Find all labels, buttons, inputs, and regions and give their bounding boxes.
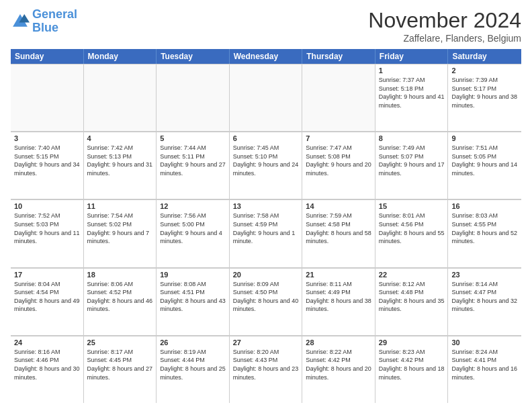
logo-icon: [11, 12, 30, 31]
day-info: Sunrise: 7:52 AM Sunset: 5:03 PM Dayligh…: [14, 212, 80, 245]
calendar-day: 20Sunrise: 8:09 AM Sunset: 4:50 PM Dayli…: [230, 268, 303, 335]
day-info: Sunrise: 8:06 AM Sunset: 4:52 PM Dayligh…: [87, 280, 153, 314]
weekday-header: Thursday: [302, 49, 375, 64]
day-number: 8: [379, 134, 445, 142]
calendar-empty: [84, 64, 157, 131]
day-number: 24: [14, 338, 80, 347]
title-block: November 2024 Zaffelare, Flanders, Belgi…: [368, 8, 521, 44]
calendar-empty: [11, 64, 84, 131]
page: General Blue November 2024 Zaffelare, Fl…: [0, 0, 532, 411]
day-number: 20: [233, 271, 299, 279]
calendar-day: 7Sunrise: 7:47 AM Sunset: 5:08 PM Daylig…: [302, 132, 375, 199]
day-info: Sunrise: 8:14 AM Sunset: 4:47 PM Dayligh…: [451, 280, 518, 314]
calendar-day: 2Sunrise: 7:39 AM Sunset: 5:17 PM Daylig…: [448, 64, 521, 131]
day-number: 18: [87, 271, 153, 279]
day-number: 2: [451, 66, 518, 75]
day-number: 1: [379, 66, 445, 75]
day-info: Sunrise: 7:42 AM Sunset: 5:13 PM Dayligh…: [87, 144, 153, 177]
day-number: 30: [451, 338, 518, 347]
day-info: Sunrise: 7:37 AM Sunset: 5:18 PM Dayligh…: [379, 76, 445, 109]
day-number: 14: [306, 202, 371, 210]
day-info: Sunrise: 7:58 AM Sunset: 4:59 PM Dayligh…: [233, 212, 299, 245]
day-info: Sunrise: 8:16 AM Sunset: 4:46 PM Dayligh…: [14, 348, 80, 381]
calendar-day: 26Sunrise: 8:19 AM Sunset: 4:44 PM Dayli…: [157, 336, 230, 403]
day-number: 17: [14, 271, 80, 279]
calendar-week: 17Sunrise: 8:04 AM Sunset: 4:54 PM Dayli…: [11, 268, 521, 336]
calendar-empty: [157, 64, 230, 131]
calendar-day: 4Sunrise: 7:42 AM Sunset: 5:13 PM Daylig…: [84, 132, 157, 199]
day-number: 16: [451, 202, 518, 210]
calendar-empty: [302, 64, 375, 131]
day-number: 26: [160, 338, 226, 347]
calendar-day: 22Sunrise: 8:12 AM Sunset: 4:48 PM Dayli…: [375, 268, 449, 335]
calendar-day: 11Sunrise: 7:54 AM Sunset: 5:02 PM Dayli…: [84, 199, 157, 267]
calendar-day: 5Sunrise: 7:44 AM Sunset: 5:11 PM Daylig…: [157, 132, 230, 199]
day-info: Sunrise: 8:23 AM Sunset: 4:42 PM Dayligh…: [379, 348, 445, 381]
day-info: Sunrise: 8:12 AM Sunset: 4:48 PM Dayligh…: [379, 280, 445, 314]
calendar-day: 18Sunrise: 8:06 AM Sunset: 4:52 PM Dayli…: [84, 268, 157, 335]
day-info: Sunrise: 8:24 AM Sunset: 4:41 PM Dayligh…: [451, 348, 518, 381]
calendar-day: 21Sunrise: 8:11 AM Sunset: 4:49 PM Dayli…: [302, 268, 375, 335]
calendar-day: 16Sunrise: 8:03 AM Sunset: 4:55 PM Dayli…: [448, 199, 521, 267]
day-number: 6: [233, 134, 299, 142]
day-number: 27: [233, 338, 299, 347]
day-number: 19: [160, 271, 226, 279]
calendar-week: 1Sunrise: 7:37 AM Sunset: 5:18 PM Daylig…: [11, 64, 521, 132]
weekday-header: Friday: [375, 49, 449, 64]
day-number: 15: [379, 202, 445, 210]
day-info: Sunrise: 8:09 AM Sunset: 4:50 PM Dayligh…: [233, 280, 299, 314]
day-number: 4: [87, 134, 153, 142]
day-info: Sunrise: 7:51 AM Sunset: 5:05 PM Dayligh…: [451, 144, 518, 177]
calendar-day: 6Sunrise: 7:45 AM Sunset: 5:10 PM Daylig…: [230, 132, 303, 199]
calendar-day: 12Sunrise: 7:56 AM Sunset: 5:00 PM Dayli…: [157, 199, 230, 267]
weekday-header: Tuesday: [157, 49, 230, 64]
calendar-day: 19Sunrise: 8:08 AM Sunset: 4:51 PM Dayli…: [157, 268, 230, 335]
day-info: Sunrise: 8:08 AM Sunset: 4:51 PM Dayligh…: [160, 280, 226, 314]
calendar-day: 24Sunrise: 8:16 AM Sunset: 4:46 PM Dayli…: [11, 336, 84, 403]
weekday-header: Sunday: [11, 49, 84, 64]
weekday-header: Saturday: [448, 49, 521, 64]
calendar-empty: [230, 64, 303, 131]
day-info: Sunrise: 7:54 AM Sunset: 5:02 PM Dayligh…: [87, 212, 153, 245]
calendar-day: 30Sunrise: 8:24 AM Sunset: 4:41 PM Dayli…: [448, 336, 521, 403]
day-info: Sunrise: 7:49 AM Sunset: 5:07 PM Dayligh…: [379, 144, 445, 177]
day-info: Sunrise: 8:19 AM Sunset: 4:44 PM Dayligh…: [160, 348, 226, 381]
calendar-day: 10Sunrise: 7:52 AM Sunset: 5:03 PM Dayli…: [11, 199, 84, 267]
calendar-day: 9Sunrise: 7:51 AM Sunset: 5:05 PM Daylig…: [448, 132, 521, 199]
calendar-day: 25Sunrise: 8:17 AM Sunset: 4:45 PM Dayli…: [84, 336, 157, 403]
calendar-day: 27Sunrise: 8:20 AM Sunset: 4:43 PM Dayli…: [230, 336, 303, 403]
logo: General Blue: [11, 8, 77, 35]
day-number: 25: [87, 338, 153, 347]
day-info: Sunrise: 8:01 AM Sunset: 4:56 PM Dayligh…: [379, 212, 445, 245]
calendar-week: 24Sunrise: 8:16 AM Sunset: 4:46 PM Dayli…: [11, 336, 521, 403]
logo-text: General Blue: [32, 8, 77, 35]
calendar-day: 8Sunrise: 7:49 AM Sunset: 5:07 PM Daylig…: [375, 132, 449, 199]
day-number: 22: [379, 271, 445, 279]
day-number: 3: [14, 134, 80, 142]
calendar-day: 17Sunrise: 8:04 AM Sunset: 4:54 PM Dayli…: [11, 268, 84, 335]
calendar-day: 15Sunrise: 8:01 AM Sunset: 4:56 PM Dayli…: [375, 199, 449, 267]
day-info: Sunrise: 7:39 AM Sunset: 5:17 PM Dayligh…: [451, 76, 518, 109]
calendar-day: 28Sunrise: 8:22 AM Sunset: 4:42 PM Dayli…: [302, 336, 375, 403]
day-number: 5: [160, 134, 226, 142]
day-info: Sunrise: 8:03 AM Sunset: 4:55 PM Dayligh…: [451, 212, 518, 245]
day-number: 13: [233, 202, 299, 210]
weekday-header: Monday: [84, 49, 157, 64]
day-number: 11: [87, 202, 153, 210]
day-number: 21: [306, 271, 371, 279]
calendar-week: 10Sunrise: 7:52 AM Sunset: 5:03 PM Dayli…: [11, 199, 521, 267]
calendar-body: 1Sunrise: 7:37 AM Sunset: 5:18 PM Daylig…: [11, 64, 521, 403]
day-number: 12: [160, 202, 226, 210]
day-number: 7: [306, 134, 371, 142]
day-info: Sunrise: 8:22 AM Sunset: 4:42 PM Dayligh…: [306, 348, 371, 381]
weekday-header: Wednesday: [230, 49, 303, 64]
day-number: 9: [451, 134, 518, 142]
calendar: SundayMondayTuesdayWednesdayThursdayFrid…: [11, 49, 521, 403]
day-info: Sunrise: 8:11 AM Sunset: 4:49 PM Dayligh…: [306, 280, 371, 314]
day-info: Sunrise: 8:20 AM Sunset: 4:43 PM Dayligh…: [233, 348, 299, 381]
location-subtitle: Zaffelare, Flanders, Belgium: [368, 33, 521, 44]
day-info: Sunrise: 7:45 AM Sunset: 5:10 PM Dayligh…: [233, 144, 299, 177]
calendar-day: 14Sunrise: 7:59 AM Sunset: 4:58 PM Dayli…: [302, 199, 375, 267]
calendar-day: 1Sunrise: 7:37 AM Sunset: 5:18 PM Daylig…: [375, 64, 449, 131]
day-info: Sunrise: 7:56 AM Sunset: 5:00 PM Dayligh…: [160, 212, 226, 245]
